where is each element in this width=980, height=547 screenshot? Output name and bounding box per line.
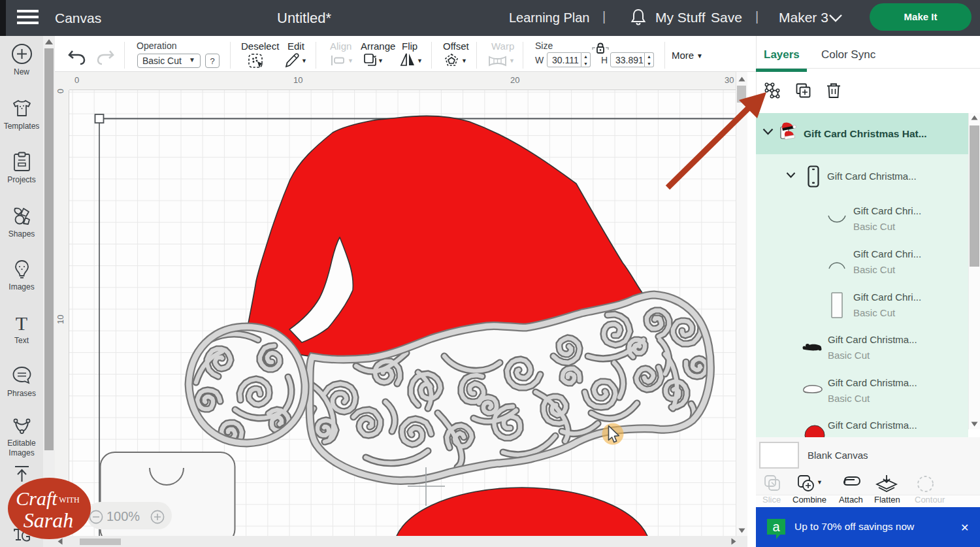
svg-text:WITH: WITH bbox=[59, 495, 80, 505]
svg-text:Sarah: Sarah bbox=[24, 508, 73, 532]
svg-text:a: a bbox=[772, 520, 780, 534]
svg-text:Craft: Craft bbox=[16, 488, 57, 509]
